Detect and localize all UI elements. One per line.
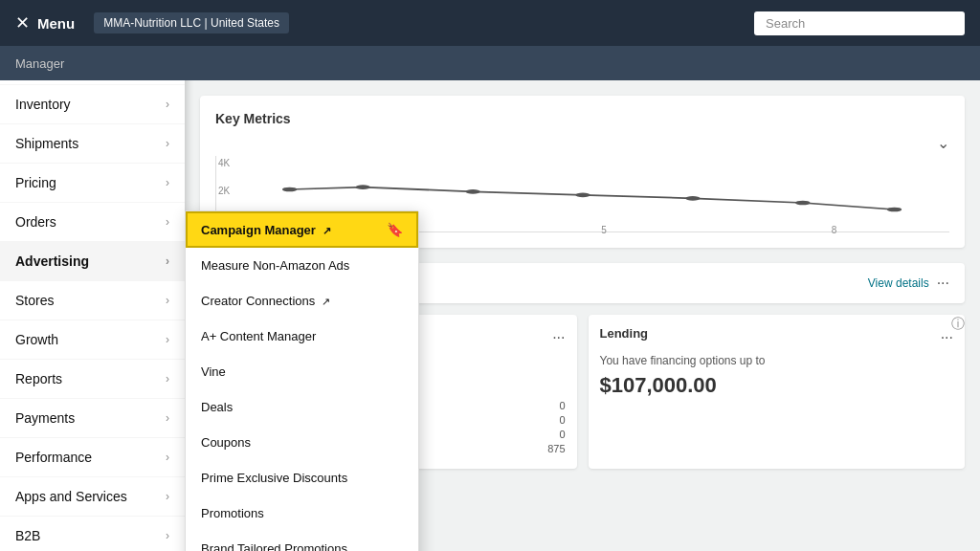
sidebar-item-inventory[interactable]: Inventory › (0, 85, 185, 124)
resolve-info-icon[interactable]: ⓘ (951, 316, 965, 333)
lending-text: You have financing options up to (600, 354, 954, 367)
prime-exclusive-label: Prime Exclusive Discounts (201, 471, 347, 485)
top-bar-left: ✕ Menu (15, 12, 75, 33)
sidebar-item-payments[interactable]: Payments › (0, 399, 185, 438)
sidebar-item-b2b[interactable]: B2B › (0, 517, 185, 551)
sidebar-item-reports-label: Reports (15, 371, 62, 386)
aplus-content-label: A+ Content Manager (201, 329, 316, 343)
svg-point-3 (575, 193, 590, 198)
bookmark-icon[interactable]: 🔖 (387, 222, 403, 237)
lending-card: Lending ··· You have financing options u… (589, 315, 966, 469)
chevron-icon: › (166, 372, 169, 386)
submenu-item-vine[interactable]: Vine (186, 354, 418, 389)
lending-title: Lending (600, 326, 649, 341)
promotions-label: Promotions (201, 506, 264, 520)
submenu-item-measure-non-amazon[interactable]: Measure Non-Amazon Ads (186, 248, 418, 283)
top-bar: ✕ Menu MMA-Nutrition LLC | United States… (0, 0, 980, 46)
submenu-item-aplus-content[interactable]: A+ Content Manager (186, 319, 418, 354)
creator-connections-label: Creator Connections ↗ (201, 294, 330, 308)
submenu-item-creator-connections[interactable]: Creator Connections ↗ (186, 283, 418, 319)
close-icon[interactable]: ✕ (15, 12, 30, 33)
sidebar-item-orders-label: Orders (15, 214, 56, 230)
sidebar-item-growth[interactable]: Growth › (0, 320, 185, 360)
submenu-item-prime-exclusive[interactable]: Prime Exclusive Discounts (186, 460, 418, 496)
submenu-item-promotions[interactable]: Promotions (186, 496, 418, 531)
sidebar: ✕ Menu Catalog › Inventory › Shipments ›… (0, 0, 185, 551)
chevron-icon: › (166, 98, 169, 111)
svg-point-0 (282, 187, 297, 192)
sidebar-item-shipments-label: Shipments (15, 136, 78, 151)
sidebar-item-stores[interactable]: Stores › (0, 281, 185, 320)
external-link-icon: ↗ (323, 225, 331, 236)
coupons-label: Coupons (201, 435, 251, 450)
svg-point-5 (795, 201, 810, 206)
sidebar-item-apps-services[interactable]: Apps and Services › (0, 477, 185, 517)
sidebar-item-pricing[interactable]: Pricing › (0, 164, 185, 203)
sidebar-item-stores-label: Stores (15, 293, 54, 308)
chart-label-2k: 2K (218, 186, 230, 196)
sidebar-item-advertising[interactable]: Advertising › (0, 242, 185, 281)
external-link-icon-2: ↗ (322, 296, 330, 307)
search-placeholder: Search (766, 16, 805, 31)
sub-header: Manager (0, 46, 980, 80)
chart-date-3: 8 (832, 225, 837, 235)
svg-point-1 (356, 185, 370, 189)
sidebar-item-pricing-label: Pricing (15, 175, 56, 190)
chevron-icon: › (166, 411, 169, 425)
svg-point-2 (465, 189, 479, 194)
sidebar-item-advertising-label: Advertising (15, 253, 89, 269)
key-metrics-title: Key Metrics (215, 111, 949, 126)
chart-label-4k: 4K (218, 158, 230, 168)
campaign-manager-label: Campaign Manager ↗ (201, 223, 331, 237)
chevron-icon: › (166, 529, 169, 542)
sidebar-item-shipments[interactable]: Shipments › (0, 124, 185, 164)
sidebar-item-performance-label: Performance (15, 450, 92, 465)
sidebar-item-reports[interactable]: Reports › (0, 360, 185, 399)
sidebar-item-payments-label: Payments (15, 410, 75, 426)
sidebar-item-b2b-label: B2B (15, 528, 40, 543)
chevron-icon: › (166, 254, 169, 268)
chart-expand-icon[interactable]: ⌄ (937, 134, 949, 152)
restock-more-icon[interactable]: ··· (552, 329, 565, 346)
sidebar-item-inventory-label: Inventory (15, 97, 71, 112)
svg-point-4 (685, 196, 700, 201)
view-details-link[interactable]: View details (868, 276, 929, 290)
resolve-more-icon[interactable]: ··· (937, 275, 949, 292)
chevron-icon: › (166, 333, 169, 346)
sidebar-item-growth-label: Growth (15, 332, 58, 347)
chevron-icon: › (166, 490, 169, 503)
chevron-icon: › (166, 451, 169, 464)
svg-point-6 (887, 208, 902, 212)
deals-label: Deals (201, 400, 233, 414)
chevron-icon: › (166, 294, 169, 307)
search-box[interactable]: Search (754, 11, 965, 35)
submenu-item-coupons[interactable]: Coupons (186, 425, 418, 460)
lending-amount: $107,000.00 (600, 373, 954, 398)
submenu-item-deals[interactable]: Deals (186, 389, 418, 425)
measure-non-amazon-label: Measure Non-Amazon Ads (201, 258, 349, 273)
menu-label: Menu (37, 15, 75, 32)
sidebar-item-apps-services-label: Apps and Services (15, 489, 127, 504)
chevron-icon: › (166, 176, 169, 189)
advertising-submenu: Campaign Manager ↗ 🔖 Measure Non-Amazon … (185, 210, 419, 551)
brand-tailored-label: Brand Tailored Promotions (201, 541, 347, 551)
chart-date-2: 5 (601, 225, 607, 235)
sub-header-text: Manager (15, 56, 64, 71)
chevron-icon: › (166, 137, 169, 150)
vine-label: Vine (201, 364, 226, 379)
chevron-icon: › (166, 215, 169, 229)
sidebar-item-orders[interactable]: Orders › (0, 203, 185, 242)
submenu-item-brand-tailored[interactable]: Brand Tailored Promotions (186, 531, 418, 551)
submenu-item-campaign-manager[interactable]: Campaign Manager ↗ 🔖 (186, 211, 418, 248)
account-badge[interactable]: MMA-Nutrition LLC | United States (94, 12, 289, 33)
sidebar-item-performance[interactable]: Performance › (0, 438, 185, 477)
